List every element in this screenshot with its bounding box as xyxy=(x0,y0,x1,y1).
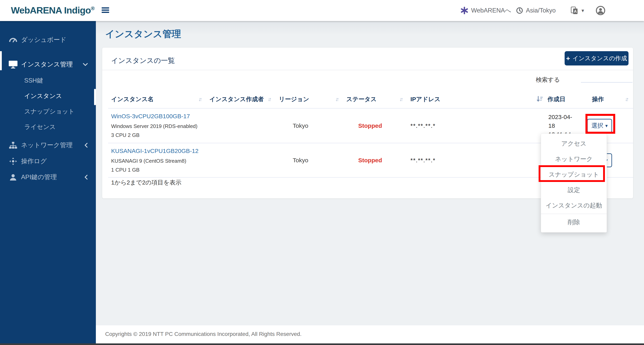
webarena-home-link[interactable]: WebARENAへ xyxy=(460,0,511,21)
sidebar-label-ssh-keys: SSH鍵 xyxy=(24,76,43,85)
menu-item-settings[interactable]: 設定 xyxy=(541,182,607,198)
svg-text:A: A xyxy=(574,9,577,14)
menu-divider xyxy=(541,214,607,214)
instance-name-link[interactable]: WinOS-3vCPU2GB100GB-17 xyxy=(111,113,190,120)
sort-icon: ↓↑ xyxy=(268,96,270,102)
sort-icon: ↓↑ xyxy=(198,96,201,102)
language-caret-down-icon: ▾ xyxy=(582,8,584,14)
top-header-bar: WebARENA Indigo® WebARENAへ Asia/Tokyo A … xyxy=(0,0,644,21)
sidebar-item-instance-management[interactable]: インスタンス管理 xyxy=(0,54,96,74)
sidebar-navigation: ダッシュボード インスタンス管理 SSH鍵 インスタンス スナップショット ライ… xyxy=(0,21,96,344)
select-dropdown-button[interactable]: 選択 ▾ xyxy=(587,119,612,133)
sidebar-label-operation-log: 操作ログ xyxy=(21,157,47,166)
sidebar-item-api-key-management[interactable]: API鍵の管理 xyxy=(0,171,96,183)
sidebar-item-snapshots[interactable]: スナップショット xyxy=(0,106,96,117)
account-menu-button[interactable] xyxy=(596,0,605,21)
sidebar-label-snapshots: スナップショット xyxy=(24,107,74,116)
timezone-label: Asia/Tokyo xyxy=(526,7,556,14)
menu-item-network[interactable]: ネットワーク xyxy=(541,151,607,167)
create-instance-label: インスタンスの作成 xyxy=(572,54,627,62)
sidebar-item-operation-log[interactable]: 操作ログ xyxy=(0,155,96,168)
dashboard-gauge-icon xyxy=(8,36,19,44)
table-header-row: インスタンス名 ↓↑ インスタンス作成者 ↓↑ リージョン ↓↑ ステータス ↓… xyxy=(108,90,633,108)
instance-action-dropdown-menu: アクセス ネットワーク スナップショット 設定 インスタンスの起動 削除 xyxy=(541,133,607,232)
sidebar-item-instances[interactable]: インスタンス xyxy=(0,90,96,102)
search-input[interactable] xyxy=(581,72,632,82)
column-header-instance-creator[interactable]: インスタンス作成者 ↓↑ xyxy=(206,95,276,103)
user-avatar-icon xyxy=(596,6,605,15)
chevron-down-icon xyxy=(83,63,88,66)
instance-name-link[interactable]: KUSANAGI-1vCPU1GB20GB-12 xyxy=(111,148,198,154)
sidebar-label-instances: インスタンス xyxy=(24,92,62,100)
column-header-instance-name[interactable]: インスタンス名 ↓↑ xyxy=(108,95,206,103)
sidebar-label-licenses: ライセンス xyxy=(24,123,56,131)
column-header-created-date[interactable]: 作成日 xyxy=(528,95,576,103)
instance-spec-label: 1 CPU 1 GB xyxy=(111,167,206,173)
plus-icon: + xyxy=(566,54,570,62)
ip-address-cell: **.**.**.* xyxy=(408,143,528,177)
menu-item-delete[interactable]: 削除 xyxy=(541,214,607,230)
card-divider xyxy=(102,70,633,70)
instance-name-cell: KUSANAGI-1vCPU1GB20GB-12 KUSANAGI 9 (Cen… xyxy=(108,143,206,177)
status-badge: Stopped xyxy=(343,143,408,177)
timezone-display[interactable]: Asia/Tokyo xyxy=(516,0,556,21)
column-header-ip-address[interactable]: IPアドレス xyxy=(408,95,528,103)
copyright-text: Copyrights © 2019 NTT PC Communications … xyxy=(105,331,302,337)
menu-item-snapshot[interactable]: スナップショット xyxy=(541,167,607,182)
menu-item-start-instance[interactable]: インスタンスの起動 xyxy=(541,198,607,213)
sidebar-label-network-management: ネットワーク管理 xyxy=(21,141,73,150)
chevron-left-icon xyxy=(84,174,88,180)
region-cell: Tokyo xyxy=(276,143,343,177)
sidebar-label-instance-management: インスタンス管理 xyxy=(21,60,73,69)
column-header-status[interactable]: ステータス ↓↑ xyxy=(343,95,408,103)
window-bottom-edge xyxy=(0,344,644,345)
instance-os-label: Windows Server 2019 (RDS-enabled) xyxy=(111,123,206,129)
indigo-flower-icon xyxy=(460,6,468,14)
column-header-operations[interactable]: 操作 ↓↑ xyxy=(576,95,633,103)
sort-icon: ↓↑ xyxy=(625,96,628,102)
sort-icon: ↓↑ xyxy=(335,96,338,102)
page-title: インスタンス管理 xyxy=(105,28,181,40)
sidebar-item-dashboard[interactable]: ダッシュボード xyxy=(0,34,96,46)
card-title: インスタンスの一覧 xyxy=(111,56,175,65)
clock-icon xyxy=(516,7,523,14)
crosshair-arrows-icon xyxy=(8,157,19,165)
sitemap-icon xyxy=(8,142,19,149)
ip-address-cell: **.**.**.* xyxy=(408,108,528,143)
chevron-left-icon xyxy=(84,143,88,148)
sidebar-label-dashboard: ダッシュボード xyxy=(21,36,66,44)
pagination-info: 1から2まで2の項目を表示 xyxy=(111,178,182,187)
column-header-region[interactable]: リージョン ↓↑ xyxy=(276,95,343,103)
webarena-indigo-logo: WebARENA Indigo® xyxy=(11,5,94,16)
instance-spec-label: 3 CPU 2 GB xyxy=(111,132,206,138)
sidebar-item-licenses[interactable]: ライセンス xyxy=(0,121,96,133)
translate-icon: A xyxy=(570,6,579,15)
create-instance-button[interactable]: + インスタンスの作成 xyxy=(564,51,628,66)
instance-name-cell: WinOS-3vCPU2GB100GB-17 Windows Server 20… xyxy=(108,108,206,143)
sidebar-toggle-hamburger-icon[interactable] xyxy=(102,6,110,15)
instance-creator-cell xyxy=(206,143,276,177)
caret-down-icon: ▾ xyxy=(605,123,608,128)
sidebar-item-network-management[interactable]: ネットワーク管理 xyxy=(0,139,96,151)
sort-desc-icon xyxy=(536,96,543,102)
instance-os-label: KUSANAGI 9 (CentOS Stream8) xyxy=(111,158,206,164)
sort-icon: ↓↑ xyxy=(399,96,402,102)
sidebar-label-api-key-management: API鍵の管理 xyxy=(21,173,57,182)
menu-item-access[interactable]: アクセス xyxy=(541,136,607,151)
region-cell: Tokyo xyxy=(276,108,343,143)
sidebar-item-ssh-keys[interactable]: SSH鍵 xyxy=(0,75,96,86)
language-selector[interactable]: A ▾ xyxy=(570,0,584,21)
user-silhouette-icon xyxy=(8,174,19,181)
footer: Copyrights © 2019 NTT PC Communications … xyxy=(96,325,644,344)
instance-creator-cell xyxy=(206,108,276,143)
search-label: 検索する xyxy=(536,76,560,84)
monitor-icon xyxy=(8,60,19,69)
webarena-link-label: WebARENAへ xyxy=(471,6,511,15)
status-badge: Stopped xyxy=(343,108,408,143)
registered-mark: ® xyxy=(91,5,94,11)
